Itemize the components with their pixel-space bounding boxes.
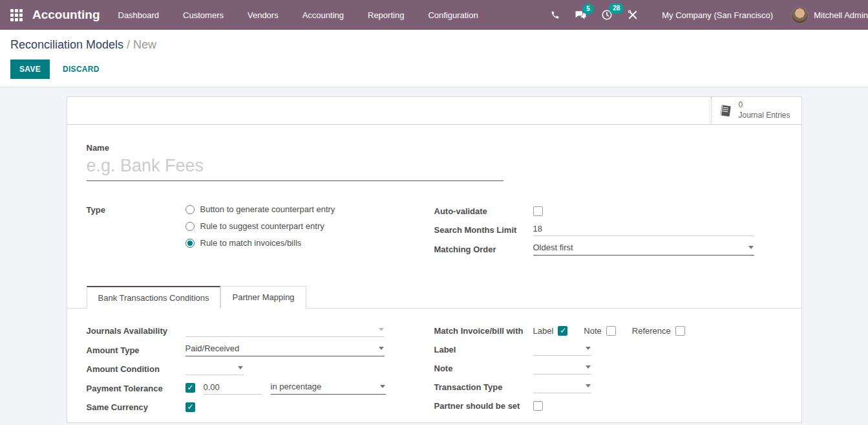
tab-bank-transactions-conditions[interactable]: Bank Transactions Conditions [87, 286, 221, 309]
amount-type-row: Amount Type Paid/Received [87, 343, 434, 356]
chevron-down-icon [379, 347, 384, 350]
book-icon [718, 104, 733, 118]
menu-item-vendors[interactable]: Vendors [248, 10, 279, 20]
form-sheet: 0 Journal Entries Name Type [67, 96, 802, 423]
chevron-down-icon [748, 246, 754, 249]
type-option-rule-suggest[interactable]: Rule to suggest counterpart entry [185, 221, 335, 231]
type-label: Type [87, 204, 185, 215]
match-invoice-row: Match Invoice/bill with Label Note Refer… [434, 324, 782, 337]
note-row: Note [434, 362, 782, 375]
breadcrumb: Reconciliation Models/New [10, 38, 858, 52]
menu-item-dashboard[interactable]: Dashboard [118, 10, 160, 20]
matching-order-label: Matching Order [434, 244, 533, 254]
match-option-label: Label [533, 326, 573, 336]
save-button[interactable]: SAVE [10, 60, 50, 79]
type-field-row: Type Button to generate counterpart entr… [87, 204, 434, 255]
user-menu[interactable]: Mitchell Admin [814, 10, 868, 20]
search-months-limit-input[interactable] [533, 223, 754, 236]
matching-order-select[interactable]: Oldest first [533, 242, 754, 256]
match-note-checkbox[interactable] [606, 326, 616, 336]
control-panel: Reconciliation Models/New SAVE DISCARD [0, 30, 868, 87]
amount-condition-row: Amount Condition [87, 362, 434, 375]
note-field-label: Note [434, 363, 533, 373]
chevron-down-icon [379, 328, 384, 331]
navbar-systray: 5 28 My Company (San Francisco) Mitchell… [549, 6, 868, 24]
amount-condition-label: Amount Condition [87, 364, 185, 374]
same-currency-row: Same Currency [87, 400, 434, 413]
debug-tools-icon[interactable] [627, 9, 639, 21]
menu-item-reporting[interactable]: Reporting [368, 10, 404, 20]
auto-validate-row: Auto-validate [434, 204, 782, 217]
notebook-tabs: Bank Transactions Conditions Partner Map… [67, 286, 801, 309]
apps-grid-icon[interactable] [10, 9, 23, 21]
search-months-limit-label: Search Months Limit [434, 224, 533, 235]
messages-icon[interactable]: 5 [575, 10, 587, 21]
type-option-button-generate[interactable]: Button to generate counterpart entry [185, 204, 335, 214]
chevron-down-icon [380, 385, 385, 388]
breadcrumb-parent[interactable]: Reconciliation Models [10, 38, 123, 51]
amount-type-label: Amount Type [87, 345, 185, 355]
journals-availability-label: Journals Availability [87, 325, 185, 336]
top-navbar: Accounting Dashboard Customers Vendors A… [0, 0, 868, 30]
search-months-limit-row: Search Months Limit [434, 223, 782, 236]
journal-entries-stat-button[interactable]: 0 Journal Entries [711, 97, 801, 124]
activities-icon[interactable]: 28 [601, 9, 613, 21]
match-reference-checkbox[interactable] [675, 326, 685, 336]
label-select[interactable] [533, 343, 591, 356]
messages-badge: 5 [582, 4, 594, 14]
journal-entries-stat-text: 0 Journal Entries [739, 100, 790, 120]
phone-icon[interactable] [549, 10, 560, 21]
breadcrumb-separator: / [127, 38, 130, 51]
partner-should-be-set-row: Partner should be set [434, 399, 782, 412]
amount-type-select[interactable]: Paid/Received [185, 343, 385, 356]
company-switcher[interactable]: My Company (San Francisco) [662, 10, 773, 20]
main-menu: Dashboard Customers Vendors Accounting R… [118, 10, 502, 20]
transaction-type-row: Transaction Type [434, 380, 782, 393]
same-currency-checkbox[interactable] [185, 402, 195, 412]
radio-button-generate[interactable] [185, 205, 195, 214]
match-label-checkbox[interactable] [558, 326, 567, 336]
chevron-down-icon [586, 347, 591, 350]
journals-availability-row: Journals Availability [87, 324, 434, 337]
matching-order-row: Matching Order Oldest first [434, 242, 782, 256]
journal-entries-label: Journal Entries [739, 111, 790, 120]
payment-tolerance-checkbox[interactable] [185, 383, 195, 393]
radio-rule-suggest[interactable] [185, 222, 195, 231]
chevron-down-icon [586, 365, 591, 369]
form-statusbar: 0 Journal Entries [67, 97, 801, 125]
partner-should-be-set-checkbox[interactable] [533, 401, 543, 411]
user-avatar[interactable] [791, 6, 809, 24]
name-input[interactable] [87, 154, 503, 181]
name-label: Name [87, 143, 782, 153]
radio-rule-match[interactable] [185, 239, 195, 248]
payment-tolerance-unit-select[interactable]: in percentage [271, 381, 386, 395]
activities-badge: 28 [609, 3, 624, 14]
same-currency-label: Same Currency [87, 402, 185, 412]
menu-item-customers[interactable]: Customers [183, 10, 224, 20]
transaction-type-select[interactable] [533, 381, 591, 393]
menu-item-accounting[interactable]: Accounting [302, 10, 344, 20]
note-select[interactable] [533, 362, 591, 375]
tab-partner-mapping[interactable]: Partner Mapping [220, 286, 306, 309]
menu-item-configuration[interactable]: Configuration [428, 10, 478, 20]
partner-should-be-set-label: Partner should be set [434, 400, 533, 411]
app-name[interactable]: Accounting [32, 8, 100, 22]
type-option-rule-match[interactable]: Rule to match invoices/bills [185, 238, 335, 248]
payment-tolerance-input[interactable] [204, 382, 262, 395]
match-invoice-options: Label Note Reference [533, 326, 701, 336]
label-row: Label [434, 343, 782, 356]
payment-tolerance-row: Payment Tolerance in percentage [87, 381, 434, 395]
breadcrumb-current: New [133, 38, 156, 51]
match-option-note: Note [584, 326, 620, 336]
match-invoice-label: Match Invoice/bill with [434, 325, 533, 336]
discard-button[interactable]: DISCARD [59, 64, 103, 74]
auto-validate-checkbox[interactable] [533, 206, 543, 216]
amount-condition-select[interactable] [185, 363, 244, 375]
chevron-down-icon [238, 366, 243, 369]
chevron-down-icon [586, 384, 591, 387]
journals-availability-select[interactable] [185, 325, 385, 337]
payment-tolerance-label: Payment Tolerance [87, 383, 185, 393]
match-option-reference: Reference [632, 326, 690, 336]
name-field-group: Name [87, 143, 782, 181]
transaction-type-label: Transaction Type [434, 382, 533, 392]
